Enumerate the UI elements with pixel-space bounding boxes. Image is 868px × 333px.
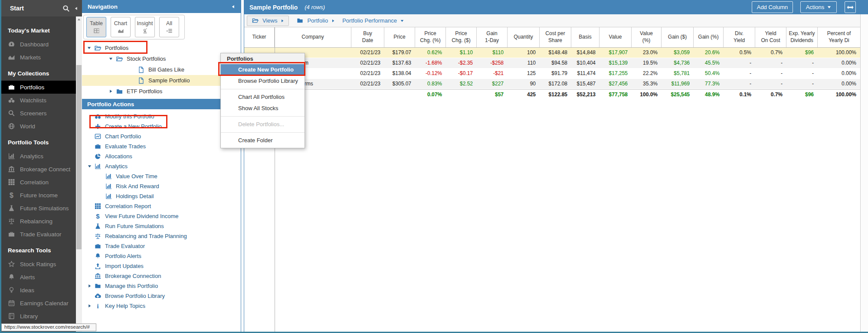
action-link-portfolio-alerts[interactable]: Portfolio Alerts <box>82 251 241 261</box>
action-link-allocations[interactable]: Allocations <box>82 151 241 161</box>
action-link-key-help-topics[interactable]: i Key Help Topics <box>82 301 241 311</box>
sidebar-item-markets[interactable]: Markets <box>1 51 76 64</box>
action-link-manage-this-portfolio[interactable]: Manage this Portfolio <box>82 281 241 291</box>
column-header-quantity[interactable]: Quantity <box>508 27 540 47</box>
menu-item-browse-portfolio-library[interactable]: Browse Portfolio Library <box>221 75 305 87</box>
menu-item-create-new-portfolio[interactable]: Create New Portfolio <box>221 64 305 75</box>
column-header-price[interactable]: Price <box>384 27 415 47</box>
column-header-value[interactable]: Value <box>599 27 632 47</box>
action-expander-icon[interactable] <box>88 164 92 168</box>
tree-item-sample-portfolio[interactable]: Sample Portfolio <box>82 75 241 86</box>
sidebar-item-correlation[interactable]: Correlation <box>1 176 76 189</box>
navigation-collapse-icon[interactable] <box>231 4 235 9</box>
sidebar-item-alerts[interactable]: Alerts <box>1 271 76 284</box>
action-link-risk-and-reward[interactable]: Risk And Reward <box>82 181 241 191</box>
tree-item-portfolios[interactable]: Portfolios <box>82 42 241 53</box>
sidebar-item-screeners[interactable]: Screeners <box>1 107 76 120</box>
action-link-modify-this-portfolio[interactable]: Modify this Portfolio <box>82 111 241 121</box>
sidebar-item-brokerage-connect[interactable]: Brokerage Connect <box>1 163 76 176</box>
sidebar-item-watchlists[interactable]: Watchlists <box>1 94 76 107</box>
column-header-price-chg[interactable]: PriceChg. ($) <box>446 27 477 47</box>
action-link-view-future-dividend-income[interactable]: $ View Future Dividend Income <box>82 211 241 221</box>
sidebar-collapse-icon[interactable] <box>74 6 78 11</box>
tree-expander-icon[interactable] <box>109 89 113 93</box>
sidebar-item-trade-evaluator[interactable]: Trade Evaluator <box>1 228 76 241</box>
table-totals-row[interactable]: 0.07%$57425$122.85$52,213$77,758100.0%$2… <box>244 89 860 100</box>
sidebar-item-analytics[interactable]: Analytics <box>1 150 76 163</box>
action-link-run-future-simulations[interactable]: Run Future Simulations <box>82 221 241 231</box>
action-link-browse-portfolio-library[interactable]: Browse Portfolio Library <box>82 291 241 301</box>
tree-item-stock-portfolios[interactable]: Stock Portfolios <box>82 53 241 64</box>
table-cell: 22.2% <box>632 69 662 78</box>
view-button-insight[interactable]: Insight <box>135 17 155 37</box>
column-header-value[interactable]: Value(%) <box>632 27 662 47</box>
column-header-cost-per-share[interactable]: Cost perShare <box>540 27 571 47</box>
sidebar-item-earnings-calendar[interactable]: Earnings Calendar <box>1 297 76 310</box>
action-link-evaluate-trades[interactable]: Evaluate Trades <box>82 141 241 151</box>
sidebar-item-portfolios[interactable]: Portfolios <box>1 81 76 94</box>
column-header-percent-of-yearly-di[interactable]: Percent ofYearly Di <box>818 27 860 47</box>
column-header-div-yield[interactable]: Div.Yield <box>724 27 755 47</box>
table-row[interactable]: Meta Platforms02/21/23$305.070.83%$2.52$… <box>244 79 860 89</box>
column-header-basis[interactable]: Basis <box>571 27 599 47</box>
view-button-all[interactable]: All <box>159 17 179 37</box>
column-header-gain[interactable]: Gain (%) <box>694 27 724 47</box>
breadcrumb-view-button[interactable]: Portfolio Performance <box>342 17 404 24</box>
tree-expander-icon[interactable] <box>87 46 91 50</box>
add-column-button[interactable]: Add Column <box>752 1 793 13</box>
menu-item-create-folder[interactable]: Create Folder <box>221 135 305 146</box>
column-header-exp-yearly-dividends[interactable]: Exp. YearlyDividends <box>786 27 818 47</box>
action-link-analytics[interactable]: Analytics <box>82 161 241 171</box>
actions-button[interactable]: Actions <box>800 1 837 13</box>
window-left-edge <box>0 0 1 333</box>
action-link-value-over-time[interactable]: Value Over Time <box>82 171 241 181</box>
table-row[interactable]: 02/21/23$138.04-0.12%-$0.17-$21125$91.79… <box>244 69 860 79</box>
menu-item-chart-all-portfolios[interactable]: Chart All Portfolios <box>221 91 305 103</box>
column-header-gain-1-day[interactable]: Gain1-Day <box>477 27 508 47</box>
sidebar-scrollbar-thumb[interactable] <box>76 65 82 249</box>
sidebar-item-ideas[interactable]: Ideas <box>1 284 76 297</box>
table-scrollbar-gutter[interactable] <box>860 14 868 332</box>
bell-icon <box>8 274 15 281</box>
sidebar-item-library[interactable]: Library <box>1 310 76 323</box>
action-link-holdings-detail[interactable]: Holdings Detail <box>82 191 241 201</box>
folder-icon <box>115 88 124 95</box>
view-button-chart[interactable]: Chart <box>111 17 131 37</box>
breadcrumb-views-button[interactable]: Views <box>247 16 289 26</box>
sidebar-item-dashboard[interactable]: Dashboard <box>1 38 76 51</box>
action-expander-icon[interactable] <box>88 284 92 288</box>
column-header-price-chg[interactable]: PriceChg. (%) <box>415 27 446 47</box>
view-button-table[interactable]: Table <box>86 17 106 37</box>
action-link-rebalancing-and-trade-planning[interactable]: Rebalancing and Trade Planning <box>82 231 241 241</box>
table-row[interactable]: 02/21/23$179.070.62%$1.10$110100$148.48$… <box>244 48 860 58</box>
column-header-buy-date[interactable]: BuyDate <box>351 27 384 47</box>
column-header-yield-on-cost[interactable]: YieldOn Cost <box>755 27 786 47</box>
panel-splitter[interactable] <box>241 0 241 332</box>
action-link-correlation-report[interactable]: Correlation Report <box>82 201 241 211</box>
column-header-company[interactable]: Company <box>275 27 351 47</box>
action-link-trade-evaluator[interactable]: Trade Evaluator <box>82 241 241 251</box>
table-row[interactable]: Amazon.com02/21/23$137.63-1.68%-$2.35-$2… <box>244 58 860 69</box>
tree-item-bill-gates-like[interactable]: Bill Gates Like <box>82 64 241 75</box>
action-link-import-updates[interactable]: Import Updates <box>82 261 241 271</box>
action-expander-icon[interactable] <box>88 304 92 308</box>
scroll-up-icon[interactable] <box>77 18 81 21</box>
search-icon[interactable] <box>62 5 70 12</box>
action-link-chart-portfolio[interactable]: Chart Portfolio <box>82 131 241 141</box>
horizontal-resize-button[interactable] <box>845 1 856 13</box>
action-link-brokerage-connection[interactable]: Brokerage Connection <box>82 271 241 281</box>
tree-expander-icon[interactable] <box>109 57 113 61</box>
column-header-gain[interactable]: Gain ($) <box>662 27 694 47</box>
tree-item-etf-portfolios[interactable]: ETF Portfolios <box>82 86 241 97</box>
sidebar-item-future-simulations[interactable]: Future Simulations <box>1 202 76 215</box>
menu-item-show-all-stocks[interactable]: Show All Stocks <box>221 103 305 114</box>
sidebar-item-future-income[interactable]: $Future Income <box>1 189 76 202</box>
sidebar-item-stock-ratings[interactable]: Stock Ratings <box>1 258 76 271</box>
column-header-ticker[interactable]: Ticker <box>244 27 275 47</box>
sidebar-item-rebalancing[interactable]: Rebalancing <box>1 215 76 228</box>
breadcrumb-folder-button[interactable]: Portfolio <box>296 17 335 24</box>
sidebar-item-world[interactable]: World <box>1 120 76 133</box>
table-cell: -1.68% <box>415 58 446 68</box>
action-link-create-a-new-portfolio[interactable]: Create a New Portfolio <box>82 121 241 131</box>
sidebar-scrollbar[interactable] <box>76 16 82 332</box>
